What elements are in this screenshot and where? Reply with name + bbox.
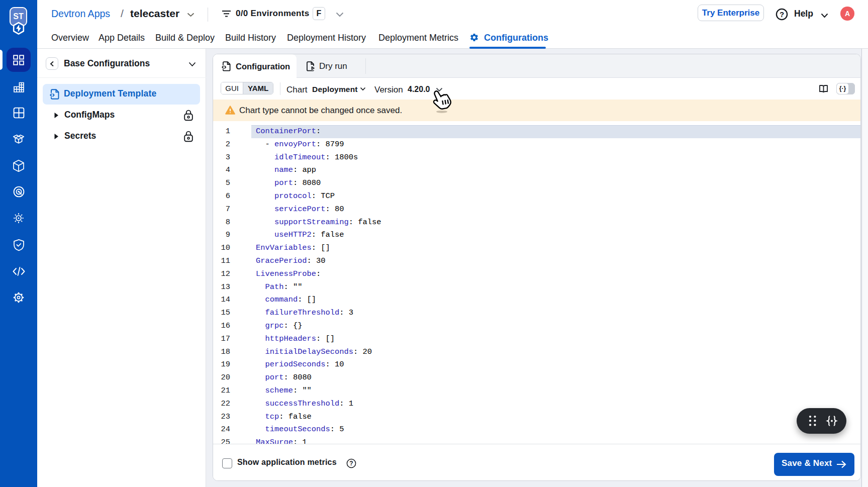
- svg-text:?: ?: [349, 460, 353, 467]
- svg-text:?: ?: [780, 10, 784, 19]
